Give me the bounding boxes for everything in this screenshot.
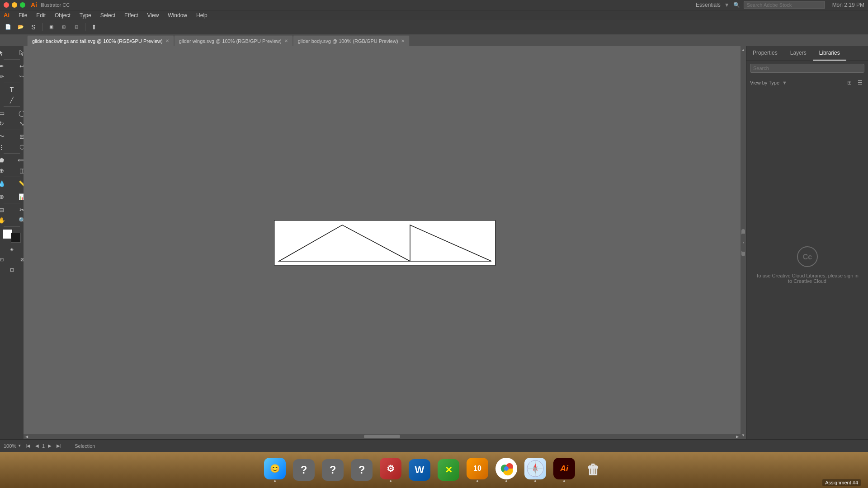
scrollbar-horizontal[interactable]: ◀ ▶ [24,434,741,439]
scroll-down-btn[interactable]: ▼ [741,433,745,437]
pen-tool[interactable]: ✒ [0,61,12,71]
align-btn[interactable]: ⊟ [71,22,82,33]
list-view-btn[interactable]: ☰ [855,78,864,87]
share-btn[interactable]: ⬆ [89,22,99,33]
draw-inside-btn[interactable]: ⊠ [12,254,24,264]
menu-window[interactable]: Window [164,11,191,19]
zoom-tool[interactable]: 🔍 [12,215,24,225]
eyedropper-tool[interactable]: 💧 [0,178,12,188]
rect-tool[interactable]: ▭ [0,108,12,118]
curvature-tool[interactable]: ↩ [12,61,24,71]
menu-view[interactable]: View [144,11,163,19]
smooth-tool[interactable]: 〰 [12,71,24,81]
maximize-button[interactable] [20,2,25,8]
artboard-tool[interactable]: ⊟ [0,205,12,215]
menu-object[interactable]: Object [51,11,74,19]
dock-orange-app[interactable]: 10 [465,457,490,483]
rotate-tool[interactable]: ↻ [0,118,12,128]
view-by-type-label[interactable]: View by Type [750,80,779,85]
tab-2[interactable]: glider body.svg @ 100% (RGB/GPU Preview)… [293,35,410,46]
puppet-warp-tool[interactable]: ⋮ [0,142,12,152]
line-tool[interactable]: ╱ [2,95,22,105]
warp-tool[interactable]: 〜 [0,131,12,141]
scroll-htrack[interactable] [28,435,736,438]
dock-finder[interactable]: 😊 [262,457,288,483]
pathfinder-tool[interactable]: ⬟ [0,155,12,165]
tab-0[interactable]: glider backwings and tail.svg @ 100% (RG… [27,35,174,46]
next-page-btn[interactable]: ▶| [55,442,63,450]
gradient-icon[interactable]: ◈ [2,244,22,254]
tool-sep8 [4,203,20,203]
scroll-right-btn[interactable]: ▶ [736,435,739,439]
panel-search-input[interactable] [750,64,864,73]
dock-app2[interactable]: ? [320,457,345,483]
tab-libraries[interactable]: Libraries [813,46,846,61]
essentials-label[interactable]: Essentials [696,2,721,8]
zoom-control[interactable]: 100% ▼ [4,443,21,449]
search-stock-input[interactable] [744,1,825,9]
dock-red-app[interactable]: ⚙ [378,457,403,483]
paint-bucket-tool[interactable]: ⊕ [0,165,12,175]
draw-mode-btn[interactable]: ⊡ [0,254,12,264]
menu-file[interactable]: File [15,11,31,19]
tab-2-close[interactable]: ✕ [401,38,405,43]
clock: Mon 2:19 PM [832,2,864,8]
gradient-tool[interactable]: ◫ [12,165,24,175]
menu-effect[interactable]: Effect [121,11,142,19]
slice-tool[interactable]: ✂ [12,205,24,215]
color-icon[interactable]: 🎨 [0,244,1,254]
scroll-hthumb[interactable] [364,435,400,438]
menu-type[interactable]: Type [76,11,95,19]
save-btn[interactable]: S [28,22,39,33]
open-btn[interactable]: 📂 [15,22,26,33]
menu-edit[interactable]: Edit [33,11,49,19]
screen-mode-btn[interactable]: ⊞ [2,265,22,275]
svg-marker-1 [410,225,491,261]
dock-trash[interactable]: 🗑 [580,457,606,483]
grid-view-btn[interactable]: ⊞ [845,78,854,87]
free-transform-tool[interactable]: ⊞ [12,131,24,141]
dock-app3[interactable]: ? [349,457,374,483]
panel-collapse-handle[interactable]: ‹ [741,234,746,252]
new-doc-btn[interactable]: 📄 [3,22,14,33]
ellipse-tool[interactable]: ◯ [12,108,24,118]
menu-select[interactable]: Select [97,11,119,19]
dock-app1[interactable]: ? [291,457,316,483]
prev-page-btn[interactable]: |◀ [24,442,32,450]
stroke-swatch[interactable] [11,233,21,243]
symbol-sprayer-tool[interactable]: ⊛ [0,192,12,202]
dock-chrome[interactable] [494,457,519,483]
zoom-value[interactable]: 100% [4,443,16,449]
next-page-step-btn[interactable]: ▶ [46,442,54,450]
graph-tool[interactable]: 📊 [12,192,24,202]
prev-page-step-btn[interactable]: ◀ [33,442,41,450]
dock-illustrator[interactable]: Ai [552,457,577,483]
scale-tool[interactable]: ⤡ [12,118,24,128]
tool-row-paint: ⊕ ◫ [0,165,24,175]
minimize-button[interactable] [12,2,17,8]
dock-word[interactable]: W [407,457,432,483]
artboard-btn[interactable]: ▣ [46,22,57,33]
perspective-tool[interactable]: ⬡ [12,142,24,152]
scroll-up-btn[interactable]: ▲ [741,48,745,52]
dock-x-app[interactable]: ✕ [436,457,461,483]
close-button[interactable] [4,2,9,8]
tab-properties[interactable]: Properties [746,46,784,61]
selection-tool[interactable] [0,48,12,58]
width-tool[interactable]: ⟺ [12,155,24,165]
tab-0-close[interactable]: ✕ [165,38,169,43]
hand-tool[interactable]: ✋ [0,215,12,225]
pencil-tool[interactable]: ✏ [0,71,12,81]
tab-1-close[interactable]: ✕ [284,38,288,43]
ruler-tool[interactable]: 📏 [12,178,24,188]
type-tool[interactable]: T [2,84,22,94]
tab-layers[interactable]: Layers [784,46,813,61]
transform-btn[interactable]: ⊞ [58,22,69,33]
fill-stroke-selector[interactable] [3,229,21,243]
page-number[interactable]: 1 [42,443,45,449]
direct-selection-tool[interactable] [12,48,24,58]
menu-help[interactable]: Help [193,11,211,19]
dock-safari[interactable] [523,457,548,483]
tool-row-hand: ✋ 🔍 [0,215,24,225]
tab-1[interactable]: glider wings.svg @ 100% (RGB/GPU Preview… [174,35,293,46]
